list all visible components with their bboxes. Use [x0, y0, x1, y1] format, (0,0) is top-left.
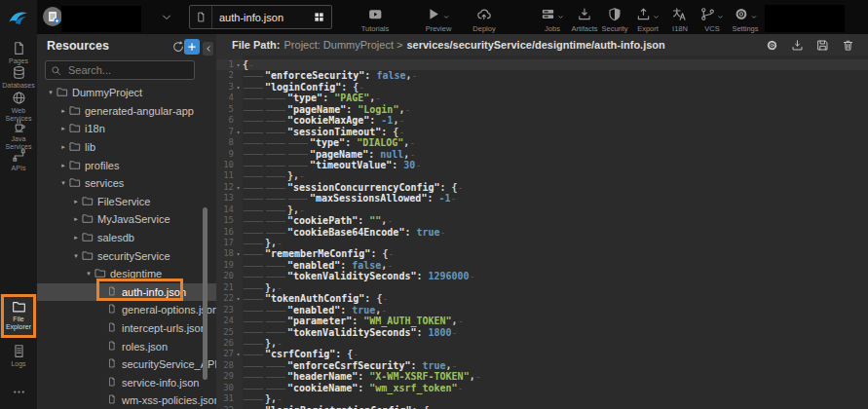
- code-line-23[interactable]: 23"enabled": true,: [216, 305, 868, 316]
- grid-icon[interactable]: [314, 12, 324, 22]
- code-line-32[interactable]: 32▾"loginRegistrationConfig": {: [216, 405, 868, 409]
- fold-toggle-icon[interactable]: ▾: [234, 349, 243, 359]
- line-number[interactable]: 11: [216, 170, 234, 181]
- sidebar-item-logs[interactable]: Logs: [0, 344, 37, 368]
- caret-down-icon[interactable]: ▾: [83, 270, 94, 278]
- sidebar-item-file-explorer[interactable]: File Explorer: [0, 299, 37, 331]
- code-line-16[interactable]: 16"cookieBase64Encode": true: [216, 227, 868, 238]
- code-line-15[interactable]: 15"cookiePath": "",: [216, 215, 868, 226]
- code-line-22[interactable]: 22▾"tokenAuthConfig": {: [216, 293, 868, 304]
- fold-toggle-icon[interactable]: ▾: [234, 248, 243, 259]
- toolbar-item-settings[interactable]: Settings: [732, 7, 758, 33]
- code-line-26[interactable]: 26},: [216, 338, 868, 349]
- add-resource-button[interactable]: [184, 39, 200, 55]
- tree-item-lib[interactable]: ▸lib: [37, 138, 216, 157]
- sidebar-item-databases[interactable]: Databases: [0, 65, 37, 90]
- code-line-10[interactable]: 10"timeoutValue": 30: [216, 160, 868, 170]
- line-number[interactable]: 24: [216, 316, 234, 326]
- tree-item-i18n[interactable]: ▸i18n: [37, 120, 216, 138]
- line-number[interactable]: 31: [216, 393, 234, 404]
- code-line-9[interactable]: 9"pageName": null,: [216, 149, 868, 160]
- line-number[interactable]: 8: [216, 137, 234, 148]
- code-line-6[interactable]: 6"cookieMaxAge": -1,: [216, 115, 868, 126]
- toolbar-item-jobs[interactable]: Jobs: [541, 7, 564, 33]
- line-number[interactable]: 18: [216, 248, 234, 259]
- tree-item-service-info-json[interactable]: service-info.json: [37, 374, 216, 392]
- sidebar-item-apis[interactable]: APIs: [0, 148, 37, 172]
- delete-button[interactable]: [842, 39, 854, 52]
- caret-right-icon[interactable]: ▸: [57, 143, 69, 151]
- line-number[interactable]: 7: [216, 127, 234, 137]
- caret-down-icon[interactable]: ▾: [57, 179, 69, 187]
- toolbar-item-security[interactable]: Security: [601, 7, 627, 33]
- save-button[interactable]: [816, 39, 829, 52]
- tree-item-securityservice-api-json[interactable]: securityService_API.json: [37, 355, 216, 374]
- line-number[interactable]: 1: [216, 59, 234, 70]
- fold-toggle-icon[interactable]: ▾: [234, 127, 243, 137]
- fold-toggle-icon[interactable]: ▾: [234, 59, 243, 70]
- caret-down-icon[interactable]: ▾: [70, 252, 82, 260]
- line-number[interactable]: 32: [216, 405, 234, 409]
- line-number[interactable]: 19: [216, 260, 234, 271]
- caret-right-icon[interactable]: ▸: [57, 162, 69, 169]
- line-number[interactable]: 28: [216, 360, 234, 371]
- code-line-14[interactable]: 14},: [216, 204, 868, 215]
- tree-item-wm-xss-policies-json[interactable]: wm-xss-policies.json: [37, 391, 216, 409]
- toolbar-item-export[interactable]: Export: [636, 7, 660, 33]
- tree-item-myjavaservice[interactable]: ▸MyJavaService: [37, 210, 216, 229]
- code-line-20[interactable]: 20"tokenValiditySeconds": 1296000: [216, 271, 868, 281]
- collapse-panel-button[interactable]: [203, 42, 213, 56]
- line-number[interactable]: 3: [216, 82, 234, 93]
- caret-right-icon[interactable]: ▸: [57, 107, 69, 115]
- line-number[interactable]: 23: [216, 305, 234, 316]
- code-line-3[interactable]: 3▾"loginConfig": {: [216, 82, 868, 93]
- line-number[interactable]: 21: [216, 282, 234, 293]
- tree-item-salesdb[interactable]: ▸salesdb: [37, 229, 216, 247]
- code-line-11[interactable]: 11},: [216, 170, 868, 181]
- caret-down-icon[interactable]: ▾: [45, 89, 57, 96]
- caret-right-icon[interactable]: ▸: [70, 215, 82, 223]
- line-number[interactable]: 17: [216, 238, 234, 248]
- code-line-18[interactable]: 18▾"rememberMeConfig": {: [216, 248, 868, 259]
- open-file-tab[interactable]: auth-info.json: [189, 5, 332, 29]
- tree-item-designtime[interactable]: ▾designtime: [37, 265, 216, 283]
- code-line-1[interactable]: 1▾{: [216, 59, 868, 70]
- project-avatar[interactable]: [43, 7, 62, 26]
- line-number[interactable]: 16: [216, 227, 234, 238]
- settings-button[interactable]: [766, 39, 778, 52]
- line-number[interactable]: 12: [216, 182, 234, 193]
- tree-item-auth-info-json[interactable]: auth-info.json: [37, 283, 216, 302]
- code-line-21[interactable]: 21},: [216, 282, 868, 293]
- code-line-2[interactable]: 2"enforceSecurity": false,: [216, 70, 868, 81]
- code-line-8[interactable]: 8"type": "DIALOG",: [216, 137, 868, 148]
- toolbar-item-vcs[interactable]: VCS: [700, 7, 724, 33]
- line-number[interactable]: 30: [216, 383, 234, 393]
- toolbar-item-artifacts[interactable]: Artifacts: [571, 7, 597, 33]
- code-line-24[interactable]: 24"parameter": "WM_AUTH_TOKEN",: [216, 316, 868, 326]
- caret-right-icon[interactable]: ▸: [70, 198, 82, 205]
- line-number[interactable]: 27: [216, 349, 234, 359]
- caret-right-icon[interactable]: ▸: [70, 234, 82, 242]
- download-button[interactable]: [791, 39, 804, 52]
- tree-scrollbar[interactable]: [203, 207, 208, 380]
- toolbar-item-i18n[interactable]: I18N: [672, 7, 688, 33]
- code-line-27[interactable]: 27▾"csrfConfig": {: [216, 349, 868, 359]
- line-number[interactable]: 20: [216, 271, 234, 281]
- tree-item-roles-json[interactable]: roles.json: [37, 337, 216, 355]
- tree-item-generated-angular-app[interactable]: ▸generated-angular-app: [37, 102, 216, 121]
- line-number[interactable]: 10: [216, 160, 234, 170]
- code-editor[interactable]: 1▾{2"enforceSecurity": false,3▾"loginCon…: [216, 56, 868, 409]
- line-number[interactable]: 6: [216, 115, 234, 126]
- fold-toggle-icon[interactable]: ▾: [234, 293, 243, 304]
- toolbar-item-preview[interactable]: Preview: [426, 7, 452, 33]
- line-number[interactable]: 14: [216, 204, 234, 215]
- code-line-28[interactable]: 28"enforceCsrfSecurity": true,: [216, 360, 868, 371]
- app-logo[interactable]: [0, 0, 37, 34]
- code-line-7[interactable]: 7▾"sessionTimeout": {: [216, 127, 868, 137]
- tree-item-intercept-urls-json[interactable]: intercept-urls.json: [37, 319, 216, 338]
- line-number[interactable]: 2: [216, 70, 234, 81]
- line-number[interactable]: 15: [216, 215, 234, 226]
- code-line-31[interactable]: 31},: [216, 393, 868, 404]
- fold-toggle-icon[interactable]: ▾: [234, 182, 243, 193]
- refresh-icon[interactable]: [171, 40, 185, 54]
